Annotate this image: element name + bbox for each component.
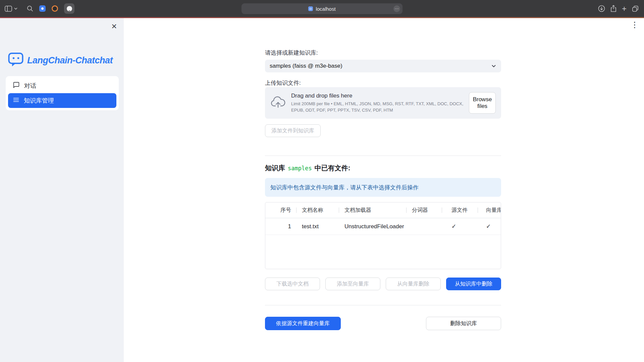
table-header-row: 序号 文档名称 文档加载器 分词器 源文件 向量库 — [265, 202, 501, 218]
github-icon[interactable] — [64, 3, 74, 14]
row-file-name: test.txt — [297, 223, 339, 230]
kb-select-label: 请选择或新建知识库: — [265, 49, 318, 57]
dropzone-hint: Limit 200MB per file • EML, HTML, JSON, … — [291, 101, 466, 113]
col-header-name[interactable]: 文档名称 — [297, 202, 339, 218]
app-logo: LangChain-Chatchat — [8, 52, 113, 68]
downloads-icon[interactable] — [598, 5, 605, 12]
row-vector-check: ✓ — [478, 223, 501, 230]
chevron-down-icon — [14, 7, 17, 10]
delete-from-vectorstore-button[interactable]: 从向量库删除 — [386, 278, 441, 290]
chevron-down-icon — [491, 63, 496, 69]
files-title-prefix: 知识库 — [265, 164, 285, 173]
sidebar-close-icon[interactable]: ✕ — [111, 23, 117, 30]
tab-overview-icon[interactable] — [632, 5, 639, 12]
files-title-suffix: 中已有文件: — [315, 164, 351, 173]
chat-bubble-icon — [13, 81, 20, 90]
app-menu-icon[interactable]: ⋮ — [631, 21, 639, 29]
sidebar-item-label: 对话 — [24, 82, 36, 90]
screen: localhost ⋯ + — [0, 0, 644, 362]
upload-label: 上传知识文件: — [265, 79, 301, 87]
search-icon[interactable] — [27, 5, 33, 12]
row-source-check: ✓ — [442, 223, 478, 230]
sidebar-item-knowledge-base[interactable]: 知识库管理 — [8, 93, 116, 108]
sidebar-item-dialogue[interactable]: 对话 — [8, 78, 116, 93]
add-files-button[interactable]: 添加文件到知识库 — [265, 124, 321, 137]
dropzone-texts: Drag and drop files here Limit 200MB per… — [291, 93, 466, 113]
row-index: 1 — [265, 223, 297, 230]
kb-select[interactable]: samples (faiss @ m3e-base) — [265, 60, 501, 72]
col-header-splitter[interactable]: 分词器 — [407, 202, 442, 218]
col-header-vector[interactable]: 向量库 — [478, 202, 501, 218]
files-table: 序号 文档名称 文档加载器 分词器 源文件 向量库 1 test.txt Uns… — [265, 202, 501, 269]
divider — [265, 156, 501, 156]
toolbar-left-group — [5, 0, 74, 17]
sidebar: ✕ LangChain-Chatchat 对话 — [0, 18, 124, 362]
toolbar-right-group: + — [598, 0, 639, 17]
col-header-loader[interactable]: 文档加载器 — [339, 202, 407, 218]
col-header-index[interactable]: 序号 — [265, 202, 297, 218]
browse-files-button[interactable]: Browse files — [469, 92, 496, 114]
col-header-source[interactable]: 源文件 — [442, 202, 478, 218]
share-icon[interactable] — [610, 5, 616, 12]
file-dropzone[interactable]: Drag and drop files here Limit 200MB per… — [265, 87, 501, 119]
logo-text: LangChain-Chatchat — [27, 55, 113, 66]
logo-chat-bubble-icon — [8, 52, 23, 68]
divider — [265, 305, 501, 305]
sidebar-nav: 对话 知识库管理 — [6, 76, 119, 110]
extension-blue-icon[interactable] — [39, 5, 46, 12]
file-action-buttons: 下载选中文档 添加至向量库 从向量库删除 从知识库中删除 — [265, 278, 501, 290]
kb-name-code: samples — [288, 165, 312, 172]
knowledge-base-icon — [13, 97, 19, 105]
files-section-title: 知识库 samples 中已有文件: — [265, 164, 350, 173]
extension-orange-icon[interactable] — [52, 5, 58, 12]
delete-kb-button[interactable]: 删除知识库 — [426, 317, 501, 330]
rebuild-vectorstore-button[interactable]: 依据源文件重建向量库 — [265, 317, 341, 330]
row-loader: UnstructuredFileLoader — [339, 223, 407, 230]
main-content: 请选择或新建知识库: samples (faiss @ m3e-base) 上传… — [265, 0, 501, 362]
sidebar-toggle-icon — [5, 6, 12, 12]
sidebar-item-label: 知识库管理 — [24, 97, 54, 105]
info-banner: 知识库中包含源文件与向量库，请从下表中选择文件后操作 — [265, 178, 501, 197]
kb-select-value: samples (faiss @ m3e-base) — [270, 63, 342, 69]
kb-bottom-actions: 依据源文件重建向量库 删除知识库 — [265, 317, 501, 330]
download-selected-button[interactable]: 下载选中文档 — [265, 278, 320, 290]
cloud-upload-icon — [270, 96, 286, 110]
sidebar-toggle-button[interactable] — [5, 6, 17, 12]
dropzone-title: Drag and drop files here — [291, 93, 466, 99]
add-to-vectorstore-button[interactable]: 添加至向量库 — [325, 278, 380, 290]
info-text: 知识库中包含源文件与向量库，请从下表中选择文件后操作 — [270, 184, 419, 191]
table-row[interactable]: 1 test.txt UnstructuredFileLoader ✓ ✓ — [265, 218, 501, 235]
delete-from-kb-button[interactable]: 从知识库中删除 — [446, 278, 501, 290]
new-tab-icon[interactable]: + — [622, 5, 627, 13]
